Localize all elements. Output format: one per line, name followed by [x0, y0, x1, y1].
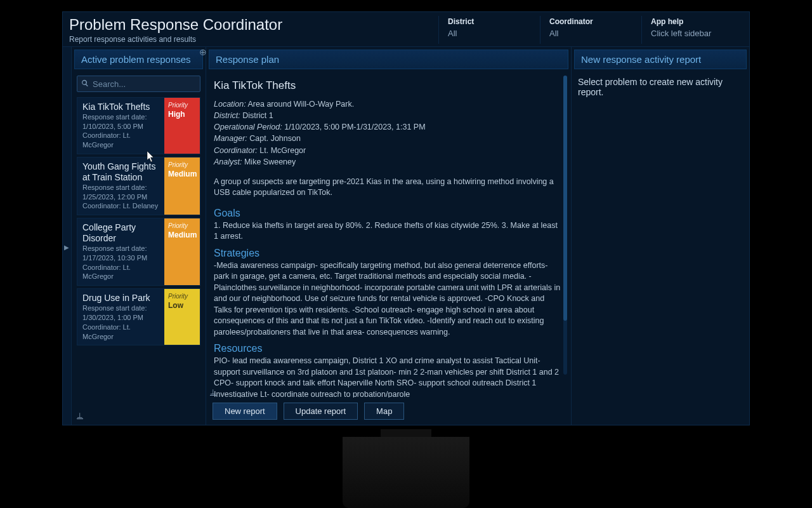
header-coordinator-label: Coordinator [549, 17, 632, 26]
search-input[interactable] [93, 79, 199, 89]
scrollbar-thumb[interactable] [563, 76, 567, 321]
app-title: Problem Response Coordinator [69, 16, 438, 34]
meta-location: Location: Area around Will-O-Way Park. [214, 98, 563, 110]
left-rail[interactable]: ▶ [63, 47, 72, 425]
priority-label: Priority [168, 161, 188, 168]
meta-manager: Manager: Capt. Johnson [214, 133, 563, 144]
rail-expand-icon[interactable]: ▶ [64, 244, 69, 251]
plan-panel-title: Response plan [209, 50, 568, 69]
problem-card-main: Drug Use in ParkResponse start date:1/30… [77, 289, 164, 345]
problem-card-main: Youth Gang Fights at Train StationRespon… [77, 157, 164, 215]
update-report-button[interactable]: Update report [284, 403, 358, 420]
monitor-stand [343, 437, 469, 508]
goals-heading: Goals [214, 208, 563, 219]
problem-card-title: Kia TikTok Thefts [82, 102, 159, 112]
problem-card-title: Drug Use in Park [82, 293, 159, 304]
priority-value: Medium [168, 170, 197, 178]
problem-card-start-label: Response start date: [82, 304, 159, 313]
meta-operational-period: Operational Period: 1/10/2023, 5:00 PM-1… [214, 121, 563, 133]
priority-badge: PriorityMedium [164, 218, 200, 285]
header-district-label: District [448, 17, 531, 26]
problem-card-main: Kia TikTok TheftsResponse start date:1/1… [77, 98, 164, 154]
priority-badge: PriorityMedium [164, 157, 200, 215]
problem-card-start-label: Response start date: [82, 112, 159, 122]
problem-card[interactable]: Youth Gang Fights at Train StationRespon… [77, 157, 200, 215]
problem-card-start-value: 1/30/2023, 1:00 PM [82, 313, 159, 323]
scrollbar-track[interactable] [563, 76, 567, 375]
right-panel: New response activity report Select prob… [572, 47, 749, 425]
monitor-bezel: Problem Response Coordinator Report resp… [53, 0, 759, 438]
problem-card[interactable]: Kia TikTok TheftsResponse start date:1/1… [77, 97, 200, 154]
resources-heading: Resources [214, 343, 563, 354]
problem-card[interactable]: College Party DisorderResponse start dat… [77, 218, 200, 286]
problem-card-start-value: 1/17/2023, 10:30 PM [82, 253, 159, 263]
search-box[interactable] [77, 76, 200, 92]
body: ▶ Active problem responses ⊕ Kia TikTok … [63, 47, 749, 425]
plan-footer-link[interactable]: ⊥ [210, 388, 216, 396]
problem-card-start-value: 1/10/2023, 5:00 PM [82, 122, 159, 131]
resources-body: PIO- lead media awareness campaign, Dist… [214, 356, 563, 398]
header-help-value: Click left sidebar [651, 29, 734, 38]
problem-card-start-value: 1/25/2023, 12:00 PM [82, 192, 159, 202]
problem-card-coordinator: Coordinator: Lt. McGregor [82, 323, 159, 342]
strategies-body: -Media awareness campaign- specifically … [214, 260, 563, 338]
panel-drag-icon[interactable]: ⊕ [199, 47, 207, 55]
meta-coordinator: Coordinator: Lt. McGregor [214, 145, 563, 156]
problem-card-coordinator: Coordinator: Lt. Delaney [82, 201, 159, 211]
problem-list: Kia TikTok TheftsResponse start date:1/1… [74, 97, 203, 348]
map-button[interactable]: Map [364, 403, 404, 420]
priority-badge: PriorityHigh [164, 98, 200, 154]
header-district[interactable]: District All [438, 16, 540, 44]
header-coordinator[interactable]: Coordinator All [540, 16, 641, 44]
plan-detail: Kia TikTok Thefts Location: Area around … [209, 73, 568, 398]
app-subtitle: Report response activities and results [69, 35, 438, 44]
priority-label: Priority [168, 102, 188, 109]
problem-card-title: Youth Gang Fights at Train Station [82, 161, 159, 183]
problem-card-title: College Party Disorder [82, 222, 159, 244]
plan-description: A group of suspects are targeting pre-20… [214, 177, 563, 199]
strategies-heading: Strategies [214, 248, 563, 259]
new-report-button[interactable]: New report [213, 403, 277, 420]
header-help[interactable]: App help Click left sidebar [641, 16, 743, 44]
center-panel: Response plan Kia TikTok Thefts Location… [206, 47, 572, 425]
sidebar-title: Active problem responses [74, 50, 203, 69]
sidebar-bottom-link[interactable]: ⊥ [77, 411, 83, 420]
button-bar: New report Update report Map [209, 398, 568, 425]
goals-body: 1. Reduce kia thefts in target area by 8… [214, 220, 563, 243]
priority-value: High [168, 110, 185, 119]
header-main: Problem Response Coordinator Report resp… [69, 16, 438, 44]
header-coordinator-value: All [549, 29, 632, 38]
right-panel-message: Select problem to create new activity re… [574, 73, 747, 101]
header: Problem Response Coordinator Report resp… [63, 12, 749, 47]
problem-card-start-label: Response start date: [82, 183, 159, 192]
priority-value: Medium [168, 231, 197, 239]
problem-card-start-label: Response start date: [82, 244, 159, 253]
priority-label: Priority [168, 293, 188, 300]
app-window: Problem Response Coordinator Report resp… [62, 11, 750, 425]
problem-card-main: College Party DisorderResponse start dat… [77, 218, 164, 285]
meta-analyst: Analyst: Mike Sweeney [214, 156, 563, 168]
header-help-label: App help [651, 17, 734, 26]
problem-card-coordinator: Coordinator: Lt. McGregor [82, 263, 159, 282]
plan-title: Kia TikTok Thefts [214, 79, 563, 92]
problem-card-coordinator: Coordinator: Lt. McGregor [82, 131, 159, 150]
header-district-value: All [448, 29, 531, 38]
search-icon [81, 78, 93, 90]
priority-value: Low [168, 301, 183, 310]
priority-badge: PriorityLow [164, 289, 200, 345]
sidebar: Active problem responses ⊕ Kia TikTok Th… [72, 47, 206, 425]
right-panel-title: New response activity report [574, 50, 747, 69]
meta-district: District: District 1 [214, 110, 563, 121]
priority-label: Priority [168, 222, 188, 229]
problem-card[interactable]: Drug Use in ParkResponse start date:1/30… [77, 288, 200, 345]
